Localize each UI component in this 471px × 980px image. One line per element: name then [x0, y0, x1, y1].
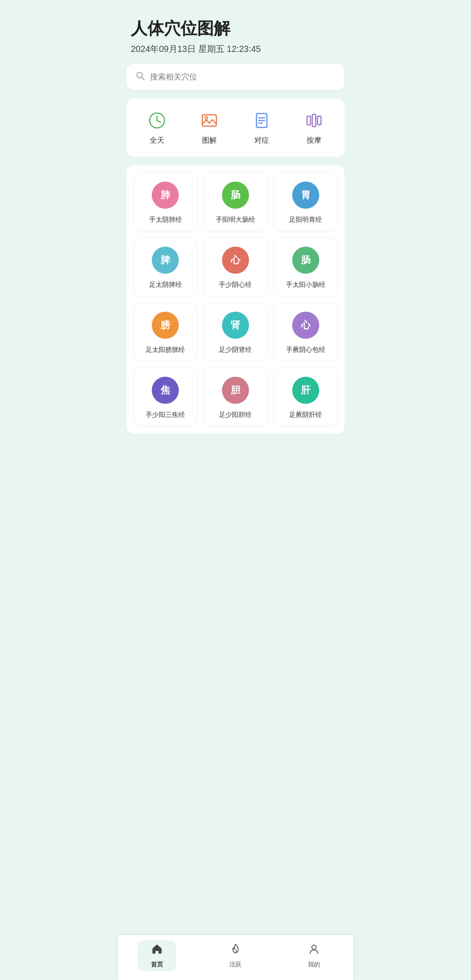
quick-item-duizheng[interactable]: 对症 — [245, 107, 278, 148]
nav-item-mine[interactable]: 我的 — [295, 940, 333, 971]
svg-point-14 — [312, 945, 316, 949]
nav-item-home[interactable]: 首页 — [138, 940, 176, 971]
meridian-circle-kidney: 肾 — [222, 312, 249, 339]
meridian-circle-gallbladder: 胆 — [222, 377, 249, 404]
meridian-name-heart: 手少阴心经 — [219, 280, 252, 289]
doc-icon — [251, 110, 272, 131]
datetime: 2024年09月13日 星期五 12:23:45 — [131, 43, 340, 55]
meridian-card-gallbladder[interactable]: 胆足少阳胆经 — [204, 368, 268, 426]
app-title: 人体穴位图解 — [131, 17, 340, 40]
clock-icon — [147, 110, 167, 131]
meridian-circle-largeintestine: 肠 — [222, 182, 249, 209]
search-input[interactable] — [150, 72, 336, 82]
meridian-card-pericardium[interactable]: 心手厥阴心包经 — [273, 303, 338, 361]
meridian-circle-pericardium: 心 — [292, 312, 319, 339]
meridian-card-spleen[interactable]: 脾足太阴脾经 — [133, 237, 198, 296]
person-icon — [308, 943, 320, 958]
nav-label-home: 首页 — [151, 961, 163, 969]
meridian-section: 肺手太阴肺经肠手阳明大肠经胃足阳明胃经脾足太阴脾经心手少阴心经肠手太阳小肠经膀足… — [126, 165, 345, 433]
quick-item-quanitian[interactable]: 全天 — [140, 107, 174, 148]
meridian-card-stomach[interactable]: 胃足阳明胃经 — [273, 172, 338, 231]
meridian-name-kidney: 足少阴肾经 — [219, 345, 252, 354]
meridian-name-lung: 手太阴肺经 — [149, 215, 182, 224]
meridian-card-liver[interactable]: 肝足厥阴肝经 — [273, 368, 338, 426]
svg-line-4 — [157, 120, 160, 122]
quick-item-tujie[interactable]: 图解 — [193, 107, 226, 148]
svg-rect-13 — [317, 116, 321, 125]
svg-point-6 — [205, 117, 208, 119]
meridian-name-smallintestine: 手太阳小肠经 — [286, 280, 325, 289]
search-container — [118, 64, 353, 99]
meridian-name-gallbladder: 足少阳胆经 — [219, 410, 252, 419]
home-icon — [151, 943, 163, 958]
quick-label-tujie: 图解 — [202, 135, 217, 145]
quick-item-anmo[interactable]: 按摩 — [297, 107, 331, 148]
fire-icon — [229, 943, 242, 958]
meridian-card-heart[interactable]: 心手少阴心经 — [204, 237, 268, 296]
meridian-circle-stomach: 胃 — [292, 182, 319, 209]
meridian-circle-bladder: 膀 — [152, 312, 179, 339]
nav-item-active[interactable]: 活跃 — [216, 940, 255, 971]
meridian-circle-triplewarmer: 焦 — [152, 377, 179, 404]
svg-line-1 — [142, 77, 144, 79]
meridian-circle-spleen: 脾 — [152, 247, 179, 274]
meridian-name-liver: 足厥阴肝经 — [289, 410, 322, 419]
image-icon — [199, 110, 220, 131]
quick-label-anmo: 按摩 — [307, 135, 321, 145]
svg-rect-5 — [202, 115, 216, 126]
meridian-name-bladder: 足太阳膀胱经 — [146, 345, 185, 354]
svg-rect-11 — [307, 116, 311, 125]
meridian-card-kidney[interactable]: 肾足少阴肾经 — [204, 303, 268, 361]
meridian-name-pericardium: 手厥阴心包经 — [286, 345, 325, 354]
header: 人体穴位图解 2024年09月13日 星期五 12:23:45 — [118, 0, 353, 64]
quick-label-quanitian: 全天 — [150, 135, 164, 145]
meridian-name-triplewarmer: 手少阳三焦经 — [146, 410, 185, 419]
meridian-circle-lung: 肺 — [152, 182, 179, 209]
meridian-grid: 肺手太阴肺经肠手阳明大肠经胃足阳明胃经脾足太阴脾经心手少阴心经肠手太阳小肠经膀足… — [133, 172, 338, 426]
nav-label-active: 活跃 — [229, 961, 242, 969]
meridian-name-largeintestine: 手阳明大肠经 — [216, 215, 255, 224]
massage-icon — [304, 110, 324, 131]
svg-rect-12 — [312, 114, 316, 127]
meridian-name-spleen: 足太阴脾经 — [149, 280, 182, 289]
meridian-card-triplewarmer[interactable]: 焦手少阳三焦经 — [133, 368, 198, 426]
meridian-circle-heart: 心 — [222, 247, 249, 274]
quick-menu: 全天 图解 对症 — [126, 99, 345, 157]
quick-label-duizheng: 对症 — [254, 135, 269, 145]
search-icon — [135, 71, 145, 83]
bottom-nav: 首页 活跃 我的 — [118, 935, 353, 980]
meridian-card-bladder[interactable]: 膀足太阳膀胱经 — [133, 303, 198, 361]
nav-label-mine: 我的 — [308, 961, 320, 969]
search-box[interactable] — [126, 64, 345, 90]
meridian-card-largeintestine[interactable]: 肠手阳明大肠经 — [204, 172, 268, 231]
meridian-circle-liver: 肝 — [292, 377, 319, 404]
meridian-circle-smallintestine: 肠 — [292, 247, 319, 274]
meridian-card-lung[interactable]: 肺手太阴肺经 — [133, 172, 198, 231]
meridian-card-smallintestine[interactable]: 肠手太阳小肠经 — [273, 237, 338, 296]
meridian-name-stomach: 足阳明胃经 — [289, 215, 322, 224]
